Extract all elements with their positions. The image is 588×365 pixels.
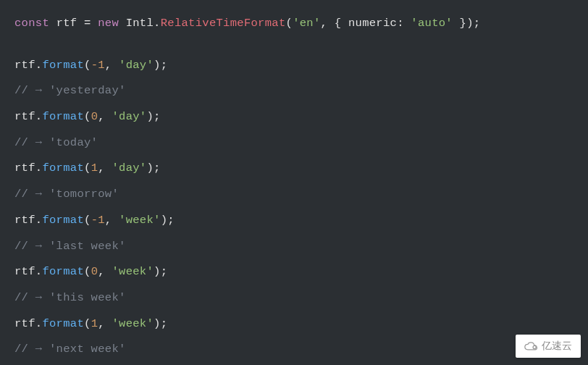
watermark-badge: 亿速云 <box>516 335 581 358</box>
class-reltime: RelativeTimeFormat <box>161 17 286 30</box>
var-rtf: rtf <box>14 317 35 330</box>
code-line-call: rtf.format(-1, 'week'); <box>14 213 574 229</box>
var-rtf: rtf <box>14 59 35 72</box>
comma: , <box>98 110 112 123</box>
string-unit: 'day' <box>112 161 146 175</box>
method-format: format <box>42 214 84 227</box>
watermark-text: 亿速云 <box>542 339 572 353</box>
svg-point-0 <box>533 345 536 348</box>
num-arg: 1 <box>91 317 98 330</box>
dot: . <box>154 17 161 30</box>
blank-line <box>14 42 574 58</box>
paren-open: ( <box>84 161 91 175</box>
var-rtf: rtf <box>14 265 35 278</box>
var-rtf: rtf <box>14 214 35 227</box>
num-arg: -1 <box>91 214 105 227</box>
paren-open: ( <box>286 17 293 30</box>
code-comment: // → 'today' <box>14 135 574 151</box>
var-rtf: rtf <box>14 110 35 123</box>
dot: . <box>35 214 43 227</box>
code-comment: // → 'tomorrow' <box>14 187 574 203</box>
close: ); <box>146 110 160 123</box>
code-line-declaration: const rtf = new Intl.RelativeTimeFormat(… <box>14 16 574 32</box>
code-comment: // → 'this week' <box>14 290 574 306</box>
var-rtf: rtf <box>14 161 35 175</box>
close: ); <box>154 317 167 330</box>
code-line-call: rtf.format(0, 'week'); <box>14 264 574 280</box>
string-unit: 'day' <box>112 110 146 123</box>
comma: , <box>105 214 119 227</box>
string-unit: 'week' <box>112 317 154 330</box>
num-arg: 0 <box>91 110 98 123</box>
dot: . <box>35 265 43 278</box>
colon: : <box>397 17 411 30</box>
paren-open: ( <box>84 59 91 72</box>
code-comment: // → 'next week' <box>14 342 574 358</box>
dot: . <box>35 59 43 72</box>
code-line-call: rtf.format(1, 'week'); <box>14 316 574 332</box>
dot: . <box>35 161 43 175</box>
string-auto: 'auto' <box>411 17 453 30</box>
method-format: format <box>42 265 84 278</box>
num-arg: -1 <box>91 59 105 72</box>
string-unit: 'day' <box>119 59 154 72</box>
string-unit: 'week' <box>112 265 154 278</box>
comma: , <box>98 265 112 278</box>
close: ); <box>154 59 167 72</box>
code-line-call: rtf.format(-1, 'day'); <box>14 58 574 74</box>
paren-open: ( <box>84 110 91 123</box>
code-line-call: rtf.format(1, 'day'); <box>14 161 574 177</box>
comma: , <box>98 161 112 175</box>
comma: , <box>105 59 119 72</box>
code-comment: // → 'last week' <box>14 239 574 255</box>
code-comment: // → 'yesterday' <box>14 83 574 99</box>
string-unit: 'week' <box>119 214 161 227</box>
cloud-icon <box>524 341 539 351</box>
close: ); <box>161 214 175 227</box>
comma: , <box>98 317 112 330</box>
method-format: format <box>42 161 84 175</box>
string-locale: 'en' <box>293 17 320 30</box>
method-format: format <box>42 317 84 330</box>
close-all: }); <box>453 17 480 30</box>
op-eq: = <box>77 17 98 30</box>
obj-intl: Intl <box>119 17 154 30</box>
code-line-call: rtf.format(0, 'day'); <box>14 109 574 125</box>
method-format: format <box>42 110 84 123</box>
keyword-const: const <box>14 17 49 30</box>
paren-open: ( <box>84 317 91 330</box>
close: ); <box>154 265 167 278</box>
num-arg: 0 <box>91 265 98 278</box>
dot: . <box>35 317 43 330</box>
close: ); <box>146 161 160 175</box>
method-format: format <box>42 59 84 72</box>
prop-numeric: numeric <box>348 17 397 30</box>
paren-open: ( <box>84 265 91 278</box>
dot: . <box>35 110 43 123</box>
comma-brace: , { <box>321 17 348 30</box>
var-rtf: rtf <box>56 17 77 30</box>
paren-open: ( <box>84 214 91 227</box>
keyword-new: new <box>98 17 119 30</box>
num-arg: 1 <box>91 161 98 175</box>
